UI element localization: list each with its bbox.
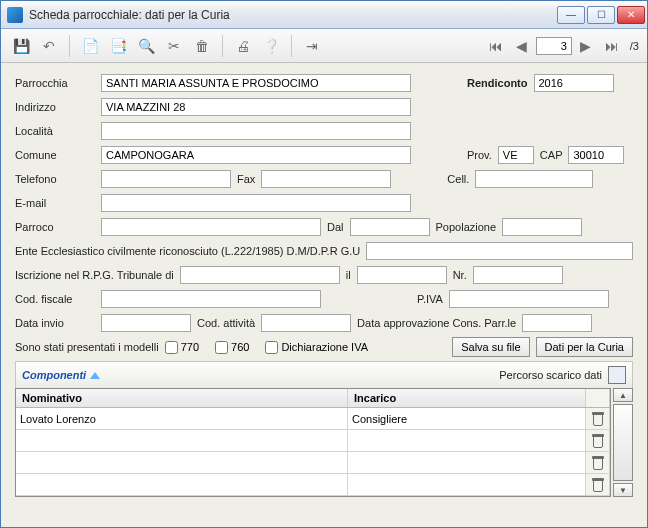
label-fax: Fax xyxy=(237,173,255,185)
exit-icon[interactable]: ⇥ xyxy=(300,34,324,58)
piva-field[interactable] xyxy=(449,290,609,308)
label-comune: Comune xyxy=(15,149,95,161)
record-total: /3 xyxy=(630,40,639,52)
row-delete-button[interactable] xyxy=(586,408,610,430)
parroco-field[interactable] xyxy=(101,218,321,236)
email-field[interactable] xyxy=(101,194,411,212)
help-icon[interactable]: ❔ xyxy=(259,34,283,58)
cell-nominativo[interactable] xyxy=(16,430,348,452)
dal-field[interactable] xyxy=(350,218,430,236)
toolbar-separator xyxy=(69,35,70,57)
checkbox-760[interactable]: 760 xyxy=(215,341,249,354)
window-frame: Scheda parrocchiale: dati per la Curia —… xyxy=(0,0,648,528)
col-header-actions xyxy=(586,389,610,407)
next-record-icon[interactable]: ▶ xyxy=(574,34,598,58)
table-row[interactable] xyxy=(16,474,610,496)
cell-nominativo[interactable] xyxy=(16,474,348,496)
dataappr-field[interactable] xyxy=(522,314,592,332)
codatt-field[interactable] xyxy=(261,314,351,332)
cell-nominativo[interactable] xyxy=(16,452,348,474)
copy-icon[interactable]: 📑 xyxy=(106,34,130,58)
save-icon[interactable]: 💾 xyxy=(9,34,33,58)
row-delete-button[interactable] xyxy=(586,452,610,474)
toolbar-separator xyxy=(291,35,292,57)
cell-incarico[interactable] xyxy=(348,474,586,496)
label-rendiconto: Rendiconto xyxy=(467,77,528,89)
app-icon xyxy=(7,7,23,23)
comune-field[interactable] xyxy=(101,146,411,164)
search-icon[interactable]: 🔍 xyxy=(134,34,158,58)
arrow-up-icon xyxy=(90,372,100,379)
tribunale-field[interactable] xyxy=(180,266,340,284)
componenti-toggle[interactable]: Componenti xyxy=(22,369,100,381)
label-prov: Prov. xyxy=(467,149,492,161)
dati-per-la-curia-button[interactable]: Dati per la Curia xyxy=(536,337,633,357)
cell-field[interactable] xyxy=(475,170,593,188)
current-record-input[interactable] xyxy=(536,37,572,55)
cap-field[interactable] xyxy=(568,146,624,164)
rendiconto-field[interactable] xyxy=(534,74,614,92)
first-record-icon[interactable]: ⏮ xyxy=(484,34,508,58)
grid-scroll-down[interactable]: ▼ xyxy=(613,483,633,497)
grid-side-nav: ▲ ▼ xyxy=(613,388,633,497)
col-header-nominativo[interactable]: Nominativo xyxy=(16,389,348,407)
grid-scroll-up[interactable]: ▲ xyxy=(613,388,633,402)
percorso-scarico-button[interactable] xyxy=(608,366,626,384)
trash-icon xyxy=(591,412,605,426)
fax-field[interactable] xyxy=(261,170,391,188)
cut-icon[interactable]: ✂ xyxy=(162,34,186,58)
undo-icon[interactable]: ↶ xyxy=(37,34,61,58)
checkbox-iva[interactable]: Dichiarazione IVA xyxy=(265,341,368,354)
label-dal: Dal xyxy=(327,221,344,233)
il-field[interactable] xyxy=(357,266,447,284)
label-popolazione: Popolazione xyxy=(436,221,497,233)
close-button[interactable]: ✕ xyxy=(617,6,645,24)
label-iscrizione: Iscrizione nel R.P.G. Tribunale di xyxy=(15,269,174,281)
popolazione-field[interactable] xyxy=(502,218,582,236)
col-header-incarico[interactable]: Incarico xyxy=(348,389,586,407)
label-nr: Nr. xyxy=(453,269,467,281)
label-datainvio: Data invio xyxy=(15,317,95,329)
label-ente: Ente Ecclesiastico civilmente riconosciu… xyxy=(15,245,360,257)
new-doc-icon[interactable]: 📄 xyxy=(78,34,102,58)
telefono-field[interactable] xyxy=(101,170,231,188)
grid-scroll-track[interactable] xyxy=(613,404,633,481)
label-telefono: Telefono xyxy=(15,173,95,185)
parrocchia-field[interactable] xyxy=(101,74,411,92)
minimize-button[interactable]: — xyxy=(557,6,585,24)
label-dataappr: Data approvazione Cons. Parr.le xyxy=(357,317,516,329)
trash-icon xyxy=(591,434,605,448)
table-row[interactable] xyxy=(16,430,610,452)
componenti-grid: Nominativo Incarico Lovato Lorenzo Consi… xyxy=(15,388,611,497)
datainvio-field[interactable] xyxy=(101,314,191,332)
indirizzo-field[interactable] xyxy=(101,98,411,116)
localita-field[interactable] xyxy=(101,122,411,140)
label-cap: CAP xyxy=(540,149,563,161)
trash-icon xyxy=(591,478,605,492)
maximize-button[interactable]: ☐ xyxy=(587,6,615,24)
titlebar: Scheda parrocchiale: dati per la Curia —… xyxy=(1,1,647,29)
table-row[interactable] xyxy=(16,452,610,474)
label-piva: P.IVA xyxy=(417,293,443,305)
nr-field[interactable] xyxy=(473,266,563,284)
print-icon[interactable]: 🖨 xyxy=(231,34,255,58)
checkbox-770[interactable]: 770 xyxy=(165,341,199,354)
salva-su-file-button[interactable]: Salva su file xyxy=(452,337,529,357)
componenti-header: Componenti Percorso scarico dati xyxy=(15,361,633,388)
label-il: il xyxy=(346,269,351,281)
ente-field[interactable] xyxy=(366,242,633,260)
label-codfisc: Cod. fiscale xyxy=(15,293,95,305)
row-delete-button[interactable] xyxy=(586,474,610,496)
cell-incarico[interactable] xyxy=(348,430,586,452)
codfisc-field[interactable] xyxy=(101,290,321,308)
cell-nominativo[interactable]: Lovato Lorenzo xyxy=(16,408,348,430)
prev-record-icon[interactable]: ◀ xyxy=(510,34,534,58)
cell-incarico[interactable]: Consigliere xyxy=(348,408,586,430)
cell-incarico[interactable] xyxy=(348,452,586,474)
table-row[interactable]: Lovato Lorenzo Consigliere xyxy=(16,408,610,430)
delete-icon[interactable]: 🗑 xyxy=(190,34,214,58)
last-record-icon[interactable]: ⏭ xyxy=(600,34,624,58)
prov-field[interactable] xyxy=(498,146,534,164)
row-delete-button[interactable] xyxy=(586,430,610,452)
toolbar-separator xyxy=(222,35,223,57)
